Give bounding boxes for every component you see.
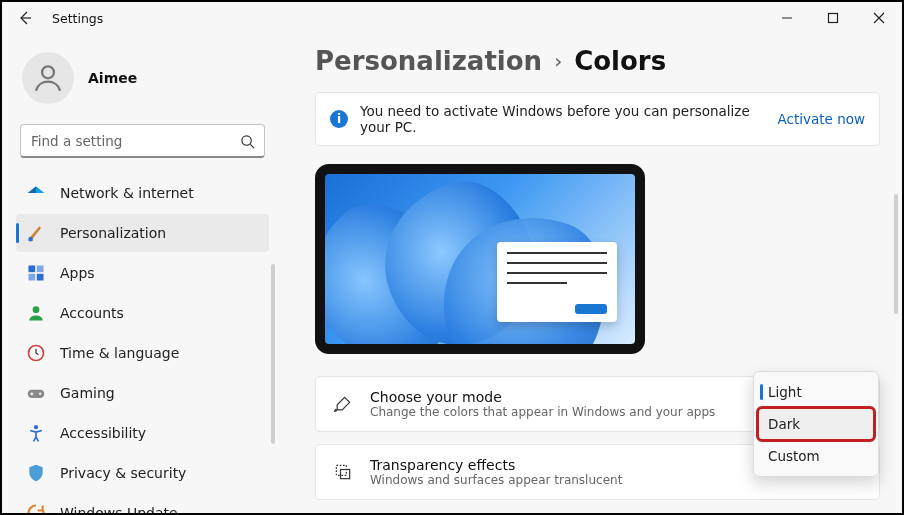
settings-window: Settings Aimee xyxy=(0,0,904,515)
page-scrollbar[interactable] xyxy=(894,194,898,314)
close-button[interactable] xyxy=(856,2,902,34)
preview-window xyxy=(497,242,617,322)
user-profile[interactable]: Aimee xyxy=(16,44,269,122)
mode-option-light[interactable]: Light xyxy=(758,376,874,408)
activation-banner: i You need to activate Windows before yo… xyxy=(315,92,880,146)
search-field-wrap xyxy=(20,124,265,158)
apps-icon xyxy=(26,263,46,283)
svg-point-12 xyxy=(33,306,40,313)
back-button[interactable] xyxy=(16,9,34,27)
setting-desc: Change the colors that appear in Windows… xyxy=(370,405,715,419)
setting-title: Choose your mode xyxy=(370,389,715,405)
brush-icon xyxy=(26,223,46,243)
svg-point-15 xyxy=(39,393,42,396)
breadcrumb: Personalization › Colors xyxy=(315,46,880,76)
sidebar-item-label: Time & language xyxy=(60,345,179,361)
titlebar: Settings xyxy=(2,2,902,34)
mode-option-custom[interactable]: Custom xyxy=(758,440,874,472)
activation-text: You need to activate Windows before you … xyxy=(360,103,766,135)
svg-rect-14 xyxy=(28,390,45,398)
settings-list: Choose your mode Change the colors that … xyxy=(315,376,880,500)
sidebar-item-label: Network & internet xyxy=(60,185,194,201)
sidebar-item-label: Gaming xyxy=(60,385,115,401)
sidebar-item-label: Privacy & security xyxy=(60,465,186,481)
svg-rect-1 xyxy=(829,14,838,23)
svg-rect-8 xyxy=(29,266,36,273)
chevron-right-icon: › xyxy=(554,49,562,73)
sidebar-item-personalization[interactable]: Personalization xyxy=(16,214,269,252)
sidebar-item-gaming[interactable]: Gaming xyxy=(16,374,269,412)
svg-point-3 xyxy=(241,135,250,144)
sidebar-item-label: Accounts xyxy=(60,305,124,321)
svg-point-2 xyxy=(42,66,54,78)
info-icon: i xyxy=(330,110,348,128)
setting-choose-mode[interactable]: Choose your mode Change the colors that … xyxy=(315,376,880,432)
transparency-icon xyxy=(332,461,354,483)
avatar xyxy=(22,52,74,104)
sidebar-scrollbar[interactable] xyxy=(271,264,275,444)
search-icon[interactable] xyxy=(235,129,259,153)
person-icon xyxy=(26,303,46,323)
sidebar-item-label: Windows Update xyxy=(60,505,178,513)
main-content: Personalization › Colors i You need to a… xyxy=(277,34,902,513)
setting-title: Transparency effects xyxy=(370,457,622,473)
wifi-icon xyxy=(26,183,46,203)
accessibility-icon xyxy=(26,423,46,443)
theme-preview xyxy=(315,164,645,354)
svg-line-4 xyxy=(250,144,254,148)
clock-icon xyxy=(26,343,46,363)
sidebar: Aimee Network & internet Personalization xyxy=(2,34,277,513)
window-title: Settings xyxy=(52,11,103,26)
activate-now-link[interactable]: Activate now xyxy=(778,111,865,127)
svg-rect-7 xyxy=(29,237,33,241)
shield-icon xyxy=(26,463,46,483)
svg-rect-9 xyxy=(37,266,44,273)
breadcrumb-parent[interactable]: Personalization xyxy=(315,46,542,76)
svg-rect-11 xyxy=(37,274,44,281)
svg-marker-5 xyxy=(36,186,44,193)
mode-dropdown-menu: Light Dark Custom xyxy=(753,371,879,477)
sidebar-item-privacy[interactable]: Privacy & security xyxy=(16,454,269,492)
setting-desc: Windows and surfaces appear translucent xyxy=(370,473,622,487)
svg-point-16 xyxy=(34,425,38,429)
brush-outline-icon xyxy=(332,393,354,415)
page-title: Colors xyxy=(574,46,666,76)
sidebar-item-update[interactable]: Windows Update xyxy=(16,494,269,513)
sidebar-item-label: Apps xyxy=(60,265,95,281)
sidebar-item-accounts[interactable]: Accounts xyxy=(16,294,269,332)
maximize-button[interactable] xyxy=(810,2,856,34)
svg-marker-6 xyxy=(28,186,36,193)
user-name: Aimee xyxy=(88,70,137,86)
sidebar-item-network[interactable]: Network & internet xyxy=(16,174,269,212)
search-input[interactable] xyxy=(20,124,265,158)
minimize-button[interactable] xyxy=(764,2,810,34)
sidebar-nav: Network & internet Personalization Apps … xyxy=(16,174,269,513)
sidebar-item-accessibility[interactable]: Accessibility xyxy=(16,414,269,452)
svg-rect-18 xyxy=(341,470,350,479)
sidebar-item-time[interactable]: Time & language xyxy=(16,334,269,372)
window-controls xyxy=(764,2,902,34)
update-icon xyxy=(26,503,46,513)
svg-rect-17 xyxy=(336,465,346,475)
sidebar-item-label: Personalization xyxy=(60,225,166,241)
game-icon xyxy=(26,383,46,403)
sidebar-item-apps[interactable]: Apps xyxy=(16,254,269,292)
svg-rect-10 xyxy=(29,274,36,281)
sidebar-item-label: Accessibility xyxy=(60,425,146,441)
mode-option-dark[interactable]: Dark xyxy=(758,408,874,440)
